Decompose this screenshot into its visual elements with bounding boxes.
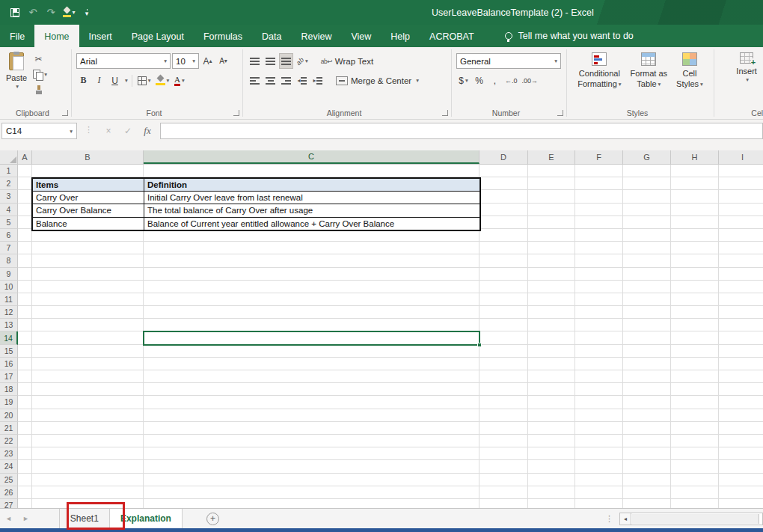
row-cells[interactable] [18, 242, 763, 254]
new-sheet-button[interactable]: + [206, 513, 219, 525]
column-header-B[interactable]: B [32, 150, 144, 164]
tab-insert[interactable]: Insert [79, 25, 122, 47]
row-cells[interactable] [18, 358, 763, 370]
orientation-button[interactable]: ab▾ [295, 53, 310, 69]
alignment-dialog-launcher[interactable] [442, 110, 448, 116]
row-header-1[interactable]: 1 [0, 165, 18, 177]
row-header-21[interactable]: 21 [0, 422, 18, 435]
tab-acrobat[interactable]: ACROBAT [420, 25, 484, 47]
cancel-icon[interactable]: × [99, 123, 118, 139]
cell-C3[interactable]: Initial Carry Over leave from last renew… [144, 191, 480, 204]
row-cells[interactable] [18, 268, 763, 281]
row-header-5[interactable]: 5 [0, 216, 18, 229]
number-format-select[interactable]: General ▾ [456, 53, 561, 69]
row-header-19[interactable]: 19 [0, 396, 18, 409]
select-all-button[interactable] [0, 150, 18, 164]
row-header-7[interactable]: 7 [0, 242, 18, 254]
borders-button[interactable]: ▾ [136, 73, 153, 88]
row-cells[interactable] [18, 499, 763, 508]
row-cells[interactable] [18, 474, 763, 486]
column-header-F[interactable]: F [575, 150, 623, 164]
row-header-2[interactable]: 2 [0, 177, 18, 190]
row-header-17[interactable]: 17 [0, 370, 18, 383]
row-header-8[interactable]: 8 [0, 254, 18, 267]
row-header-25[interactable]: 25 [0, 474, 18, 486]
sheet-tab-explanation[interactable]: Explanation [109, 509, 183, 528]
tab-review[interactable]: Review [291, 25, 341, 47]
row-header-18[interactable]: 18 [0, 383, 18, 396]
sheet-tab-sheet1[interactable]: Sheet1 [59, 509, 110, 528]
row-cells[interactable] [18, 447, 763, 460]
column-header-H[interactable]: H [671, 150, 719, 164]
decrease-indent-button[interactable]: ◂ [295, 73, 309, 88]
grid-area[interactable]: 1234567891011121314151617181920212223242… [0, 165, 763, 508]
column-header-G[interactable]: G [623, 150, 671, 164]
fill-handle[interactable] [477, 343, 482, 347]
row-cells[interactable] [18, 422, 763, 435]
font-size-select[interactable]: 10 ▾ [172, 53, 199, 69]
cell-B2[interactable]: Items [32, 178, 144, 192]
row-header-23[interactable]: 23 [0, 447, 18, 460]
row-header-3[interactable]: 3 [0, 190, 18, 203]
row-header-26[interactable]: 26 [0, 486, 18, 499]
accounting-format-button[interactable]: $▾ [456, 73, 471, 88]
row-header-12[interactable]: 12 [0, 306, 18, 319]
format-painter-button[interactable] [31, 82, 46, 98]
row-header-4[interactable]: 4 [0, 204, 18, 216]
enter-icon[interactable]: ✓ [118, 123, 138, 139]
bold-button[interactable]: B [76, 73, 91, 88]
row-cells[interactable] [18, 319, 763, 331]
column-header-I[interactable]: I [719, 150, 763, 164]
cell-C5[interactable]: Balance of Current year entitled allowan… [144, 217, 480, 230]
copy-button[interactable]: ▾ [31, 67, 49, 82]
row-cells[interactable] [18, 293, 763, 306]
row-cells[interactable] [18, 370, 763, 383]
row-header-15[interactable]: 15 [0, 345, 18, 358]
row-header-9[interactable]: 9 [0, 268, 18, 281]
tab-splitter-icon[interactable]: ⋮ [605, 509, 613, 528]
formula-input[interactable] [160, 123, 763, 139]
row-cells[interactable] [18, 345, 763, 358]
tab-page-layout[interactable]: Page Layout [122, 25, 194, 47]
increase-font-size-button[interactable]: A▴ [200, 53, 215, 69]
number-dialog-launcher[interactable] [557, 110, 563, 116]
format-as-table-button[interactable]: Format as Table▾ [626, 49, 672, 90]
row-header-22[interactable]: 22 [0, 435, 18, 447]
percent-style-button[interactable]: % [472, 73, 486, 88]
row-cells[interactable] [18, 409, 763, 422]
scrollbar-track[interactable] [631, 513, 763, 525]
redo-button[interactable]: ↷ [43, 4, 58, 21]
row-cells[interactable] [18, 435, 763, 447]
insert-function-button[interactable]: fx [138, 123, 157, 139]
row-header-11[interactable]: 11 [0, 293, 18, 306]
row-header-16[interactable]: 16 [0, 358, 18, 370]
align-middle-button[interactable] [263, 53, 278, 69]
chevron-down-icon[interactable]: ▾ [125, 77, 128, 84]
tab-data[interactable]: Data [252, 25, 291, 47]
column-header-E[interactable]: E [528, 150, 575, 164]
column-header-A[interactable]: A [18, 150, 32, 164]
save-button[interactable] [7, 4, 22, 21]
cell-B5[interactable]: Balance [32, 217, 144, 230]
cell-B4[interactable]: Carry Over Balance [32, 204, 144, 217]
increase-decimal-button[interactable]: ←.0 [503, 73, 519, 88]
fill-color-qat-button[interactable]: ▾ [61, 4, 76, 21]
row-header-27[interactable]: 27 [0, 499, 18, 508]
comma-style-button[interactable]: , [488, 73, 502, 88]
cell-C2[interactable]: Definition [144, 178, 480, 192]
row-cells[interactable] [18, 460, 763, 473]
row-header-20[interactable]: 20 [0, 409, 18, 422]
scrollbar-thumb[interactable] [632, 514, 759, 524]
decrease-font-size-button[interactable]: A▾ [216, 53, 230, 69]
cell-styles-button[interactable]: Cell Styles▾ [672, 49, 708, 90]
row-cells[interactable] [18, 486, 763, 499]
column-header-C[interactable]: C [144, 150, 479, 164]
tab-help[interactable]: Help [381, 25, 420, 47]
fill-color-button[interactable]: ▾ [154, 73, 171, 88]
row-header-6[interactable]: 6 [0, 229, 18, 242]
tab-home[interactable]: Home [34, 25, 79, 47]
underline-button[interactable]: U [108, 73, 122, 88]
selected-cell-C14[interactable] [143, 331, 480, 346]
row-cells[interactable] [18, 165, 763, 177]
align-bottom-button[interactable] [279, 53, 293, 69]
